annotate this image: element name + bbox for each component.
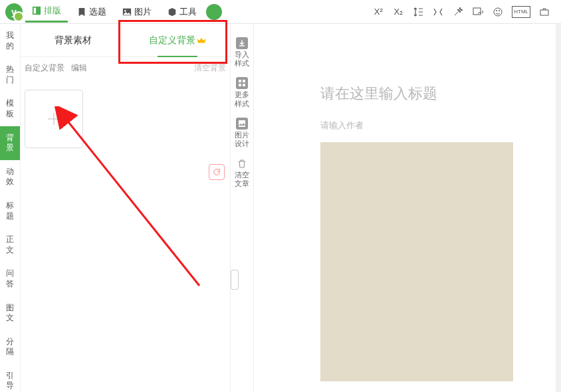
sub-clear[interactable]: 清空背景 — [194, 62, 226, 74]
cat-qa[interactable]: 问答 — [0, 262, 20, 296]
cat-imgtext[interactable]: 图文 — [0, 296, 20, 330]
cube-icon — [168, 7, 177, 17]
top-right-tools: X² X₂ HTML — [372, 6, 556, 18]
layout-icon — [32, 6, 41, 15]
drag-handle[interactable] — [231, 270, 239, 290]
subscript-button[interactable]: X₂ — [392, 6, 404, 18]
trash-icon — [236, 157, 248, 169]
svg-point-5 — [494, 8, 502, 16]
emoji-button[interactable] — [492, 6, 504, 18]
tool-column: 导入 样式 更多 样式 图片 设计 清空 文章 — [230, 24, 254, 392]
side-categories: 我的 热门 模板 背景 动效 标题 正文 问答 图文 分隔 引导 — [0, 24, 21, 392]
nav-tools[interactable]: 工具 — [161, 2, 203, 22]
svg-point-6 — [496, 10, 497, 11]
sub-custom[interactable]: 自定义背景 — [25, 62, 64, 74]
picture-icon — [236, 118, 248, 130]
svg-rect-9 — [239, 80, 241, 82]
tab-material[interactable]: 背景素材 — [21, 24, 126, 56]
plus-icon — [46, 111, 62, 127]
insert-image-button[interactable] — [472, 6, 484, 18]
refresh-button[interactable] — [209, 164, 225, 180]
author-input[interactable]: 请输入作者 — [320, 120, 534, 132]
spacing-button[interactable] — [432, 6, 444, 18]
more-styles-button[interactable]: 更多 样式 — [231, 77, 253, 108]
cat-animation[interactable]: 动效 — [0, 160, 20, 194]
image-design-button[interactable]: 图片 设计 — [231, 118, 253, 148]
refresh-icon — [212, 167, 221, 177]
svg-rect-10 — [243, 80, 245, 82]
cat-title[interactable]: 标题 — [0, 194, 20, 228]
cat-divider[interactable]: 分隔 — [0, 330, 20, 364]
background-panel: 背景素材 自定义背景 自定义背景 编辑 清空背景 — [21, 24, 230, 392]
crown-icon — [197, 36, 206, 45]
add-background-tile[interactable] — [25, 90, 83, 148]
grid-icon — [236, 77, 248, 89]
cat-body[interactable]: 正文 — [0, 228, 20, 262]
panel-content — [21, 79, 230, 159]
svg-rect-13 — [239, 120, 245, 127]
editor-area: 请在这里输入标题 请输入作者 — [254, 24, 561, 392]
html-button[interactable]: HTML — [512, 6, 530, 18]
cat-guide[interactable]: 引导 — [0, 364, 20, 392]
line-height-button[interactable] — [412, 6, 424, 18]
title-input[interactable]: 请在这里输入标题 — [320, 84, 534, 104]
scrollbar[interactable] — [556, 24, 561, 392]
briefcase-button[interactable] — [538, 6, 550, 18]
import-style-button[interactable]: 导入 样式 — [231, 37, 253, 68]
sub-edit[interactable]: 编辑 — [71, 62, 87, 74]
cat-hot[interactable]: 热门 — [0, 58, 20, 92]
top-bar: y 排版 选题 图片 工具 X² X₂ HTML — [0, 0, 561, 24]
magic-button[interactable] — [452, 6, 464, 18]
image-icon — [122, 7, 132, 17]
clear-article-button[interactable]: 清空 文章 — [231, 157, 253, 188]
nav-image[interactable]: 图片 — [116, 2, 158, 22]
main: 我的 热门 模板 背景 动效 标题 正文 问答 图文 分隔 引导 背景素材 自定… — [0, 24, 561, 392]
svg-point-7 — [499, 10, 500, 11]
content-preview[interactable] — [320, 142, 513, 381]
cat-mine[interactable]: 我的 — [0, 24, 20, 58]
cat-template[interactable]: 模板 — [0, 92, 20, 126]
svg-rect-11 — [239, 84, 241, 86]
svg-rect-12 — [243, 84, 245, 86]
nav-layout[interactable]: 排版 — [25, 1, 68, 23]
subbar: 自定义背景 编辑 清空背景 — [21, 57, 230, 79]
svg-point-3 — [124, 9, 126, 11]
svg-rect-4 — [473, 8, 481, 15]
panel-tabs: 背景素材 自定义背景 — [21, 24, 230, 57]
bookmark-icon — [77, 7, 86, 17]
nav-topic[interactable]: 选题 — [70, 2, 113, 22]
superscript-button[interactable]: X² — [372, 6, 384, 18]
import-icon — [236, 37, 248, 49]
svg-rect-1 — [34, 8, 37, 14]
tab-custom[interactable]: 自定义背景 — [126, 24, 231, 56]
svg-rect-8 — [540, 10, 548, 15]
logo[interactable]: y — [5, 3, 23, 21]
cat-background[interactable]: 背景 — [0, 126, 20, 160]
avatar[interactable] — [206, 4, 222, 20]
top-left: y 排版 选题 图片 工具 — [5, 1, 222, 23]
